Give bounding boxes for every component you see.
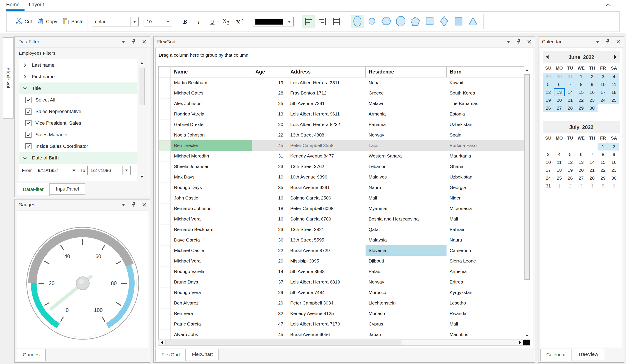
window-menu-icon[interactable] [507,41,510,43]
row-header-cell[interactable] [158,287,171,298]
calendar-day[interactable]: 19 [543,96,554,104]
calendar-day[interactable]: 23 [609,166,620,174]
calendar-day[interactable]: 25 [609,96,620,104]
tab-inputpanel[interactable]: InputPanel [50,183,85,195]
calendar-day[interactable]: 4 [554,150,565,158]
column-header-age[interactable]: Age [252,66,287,77]
square-shape-button[interactable] [423,15,436,28]
calendar-day[interactable]: 21 [587,166,597,174]
calendar-day[interactable]: 15 [597,158,609,166]
calendar-day[interactable]: 11 [609,80,620,88]
hexagon-shape-button[interactable] [380,15,393,28]
calendar-day[interactable]: 11 [554,158,565,166]
calendar-day[interactable]: 4 [609,73,620,80]
calendar-day[interactable]: 19 [565,166,576,174]
scroll-up-icon[interactable] [138,59,145,67]
filter-scrollbar[interactable] [138,59,145,181]
scrollbar-thumb[interactable] [524,74,530,280]
rect-shape-button[interactable] [452,15,465,28]
calendar-day[interactable]: 2 [587,73,597,80]
row-header-cell[interactable] [158,130,171,140]
calendar-day[interactable]: 3 [597,73,609,80]
row-header-cell[interactable] [158,109,171,119]
triangle-shape-button[interactable] [467,15,479,28]
close-icon[interactable] [142,203,146,207]
pentagon-shape-button[interactable] [409,15,422,28]
row-header-cell[interactable] [158,329,171,340]
calendar-day[interactable]: 13 [576,158,587,166]
calendar-day[interactable]: 29 [576,104,587,112]
table-row[interactable]: Rodrigo Days35Brasil Avenue 9291NauruGeo… [158,182,524,193]
pin-icon[interactable] [516,39,522,45]
table-row[interactable]: Ben Vera32Kenedy Avenue 4125MonacoRwanda [158,308,524,319]
table-row[interactable]: Rodrigo Varela13Lois Albert Herrera 9611… [158,109,524,119]
table-row[interactable]: Michael Vera20Missisipi 3095DjiboutiSier… [158,256,524,266]
table-row[interactable]: Noela Johnson2213th Street 4808NorwaySpa… [158,130,524,140]
scroll-left-icon[interactable] [158,340,165,345]
tab-datafilter[interactable]: DataFilter [17,183,50,196]
row-header-cell[interactable] [158,182,171,193]
calendar-day[interactable]: 29 [543,73,554,80]
row-header-cell[interactable] [158,256,171,266]
table-row[interactable]: Sheela Johansen2313th Street 3762Lebanon… [158,161,524,172]
row-header-cell[interactable] [158,193,171,203]
table-row[interactable]: John Castle16Solano García 2506MaliNiger [158,193,524,203]
sidebar-tab-flexpivot[interactable]: FlexPivot [3,37,14,119]
table-row[interactable]: Michael Castle22Brasil Avenue 8729Sloven… [158,245,524,256]
checkbox-checked[interactable] [25,109,32,115]
font-size-select[interactable]: 10 [144,17,172,27]
filter-option-sales-representative[interactable]: Sales Representative [19,106,137,117]
grid-horizontal-scrollbar[interactable] [158,339,530,346]
calendar-day[interactable]: 24 [543,174,554,182]
filter-group-title[interactable]: Title [19,82,137,94]
scrollbar-thumb[interactable] [139,68,145,105]
calendar-day[interactable]: 7 [565,80,576,88]
format-sup-button[interactable]: X2 [234,17,245,26]
row-header-cell[interactable] [158,298,171,308]
checkbox-checked[interactable] [25,143,32,149]
pin-icon[interactable] [131,39,137,45]
font-name-select[interactable]: default [92,17,139,27]
octagon-shape-button[interactable] [394,15,407,28]
row-header-cell[interactable] [158,88,171,98]
cut-button[interactable]: Cut [15,17,32,26]
row-header-cell[interactable] [158,172,171,182]
calendar-day[interactable]: 5 [543,80,554,88]
checkbox-checked[interactable] [25,132,32,138]
menu-layout[interactable]: Layout [29,2,44,8]
table-row[interactable]: Bernardo Johnson18Peter Campbell 6098Mya… [158,203,524,214]
calendar-day[interactable]: 8 [597,150,609,158]
calendar-day[interactable]: 3 [543,150,554,158]
calendar-day[interactable]: 20 [576,166,587,174]
collapse-ribbon-icon[interactable] [605,3,612,8]
filter-option-select-all[interactable]: Select All [19,94,137,106]
paste-button[interactable]: Paste [62,17,84,26]
calendar-day[interactable]: 15 [576,88,587,96]
pin-icon[interactable] [131,202,137,208]
pin-icon[interactable] [605,39,611,45]
scroll-down-icon[interactable] [524,332,530,339]
row-header-cell[interactable] [158,203,171,214]
column-header-address[interactable]: Address [287,66,365,77]
row-header-cell[interactable] [158,308,171,319]
calendar-day[interactable]: 28 [565,104,576,112]
calendar-day[interactable]: 2 [609,143,620,150]
scroll-right-icon[interactable] [517,340,523,345]
calendar-day[interactable]: 27 [576,174,587,182]
scroll-up-icon[interactable] [524,66,530,74]
row-header-cell[interactable] [158,119,171,130]
row-header-cell[interactable] [158,151,171,161]
format-bold-button[interactable]: B [180,18,191,25]
calendar-day[interactable]: 9 [587,80,597,88]
close-icon[interactable] [527,40,531,44]
table-row[interactable]: Dave García3613th Street 5595MalaysiaNau… [158,235,524,245]
checkbox-checked[interactable] [25,97,32,103]
calendar-day[interactable]: 30 [587,104,597,112]
filter-group-last-name[interactable]: Last name [19,59,137,71]
row-header-cell[interactable] [158,245,171,256]
calendar-day[interactable]: 4 [587,182,597,190]
checkbox-checked[interactable] [25,120,32,126]
calendar-day[interactable]: 17 [597,88,609,96]
calendar-day[interactable]: 6 [554,80,565,88]
row-header-cell[interactable] [158,235,171,245]
